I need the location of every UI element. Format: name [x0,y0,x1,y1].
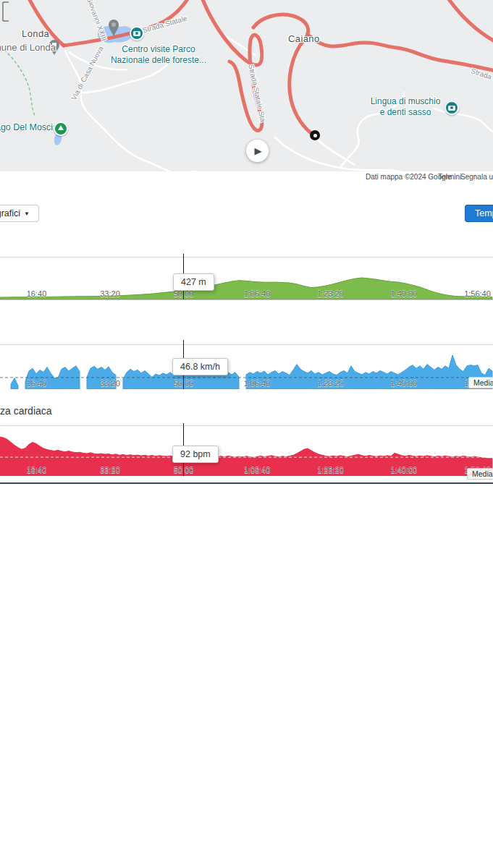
elevation-chart[interactable]: 427 m 16:4033:2050:001:06:401:23:201:40:… [0,257,493,300]
speed-tooltip: 46.8 km/h [172,358,228,375]
map-report-link[interactable]: Segnala un [460,173,493,181]
axis-tick-label: 1:23:20 [317,466,344,475]
axis-tick-label: 1:06:40 [244,289,271,298]
axis-tick-label: 16:40 [27,289,47,298]
map-label-lingua: Lingua di muschio e denti sasso [362,96,449,118]
map-label-caiano: Caiano [288,33,320,44]
map-label-centro-visite: Centro visite Parco Nazionale delle fore… [101,44,216,66]
axis-tick-label: 1:23:20 [317,289,344,298]
camera-pin-icon[interactable] [444,101,459,115]
position-marker [310,130,320,140]
axis-tick-label: 1:06:40 [244,466,271,475]
map-label-lago: Lago Del Moscia [0,122,58,133]
axis-tick-label: 1:40:00 [391,289,418,298]
heart-rate-average-label: Media [467,468,493,480]
tempo-toggle-button[interactable]: Tempo [465,205,493,222]
tree-pin-icon[interactable] [54,122,68,136]
map-trail-path [0,43,35,116]
heart-rate-section-title: za cardiaca [0,405,52,417]
axis-tick-label: 1:40:00 [391,466,418,475]
axis-tick-label: 1:23:20 [317,379,344,388]
map-label-londa: Londa [22,28,49,39]
scale-ruler-icon [0,0,10,23]
axis-tick-label: 33:20 [100,379,120,388]
map-label-comune-di-londa: mune di Londa [0,42,56,53]
heart-rate-tooltip: 92 bpm [172,446,219,463]
play-icon: ▶ [255,145,262,156]
elevation-tooltip: 427 m [173,273,214,291]
speed-chart[interactable]: 46.8 km/h Media 16:4033:2050:001:06:401:… [0,344,493,389]
axis-tick-label: 1:40:00 [391,379,418,388]
heart-rate-chart[interactable]: 92 bpm Media 16:4033:2050:001:06:401:23:… [0,425,493,476]
charts-dropdown-button[interactable]: a grafici ▼ [0,205,39,222]
axis-tick-label: 16:40 [27,379,47,388]
axis-tick-label: 16:40 [27,466,47,475]
playback-button[interactable]: ▶ [246,140,269,162]
axis-tick-label: 33:20 [100,289,120,298]
speed-average-label: Media [468,377,493,388]
camera-pin-icon[interactable] [130,26,144,41]
route-map[interactable]: Londa Caiano mune di Londa Centro visite… [0,0,493,171]
axis-tick-label: 1:06:40 [244,379,271,388]
chevron-down-icon: ▼ [24,210,30,217]
section-divider [0,482,493,484]
axis-tick-label: 33:20 [100,466,120,475]
axis-tick-label: 1:56:40 [464,289,491,298]
map-terms-link[interactable]: Termini [438,173,461,181]
activity-analysis-page: Londa Caiano mune di Londa Centro visite… [0,0,493,868]
